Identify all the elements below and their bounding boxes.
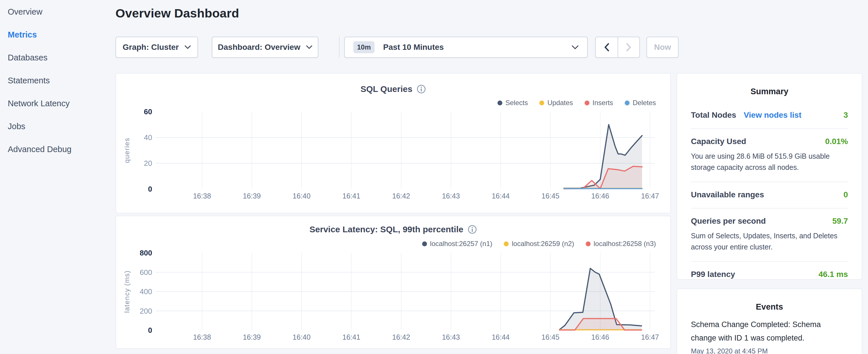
svg-text:16:46: 16:46 [591,192,609,200]
time-window-selector[interactable]: 10m Past 10 Minutes [344,37,588,58]
chevron-left-icon [604,43,609,52]
summary-row-p99: P99 latency 46.1 ms [691,262,848,288]
svg-text:16:45: 16:45 [541,192,560,200]
summary-title: Summary [691,87,848,96]
qps-label: Queries per second [691,217,766,226]
time-step-buttons [595,37,640,58]
svg-text:latency (ms): latency (ms) [123,270,131,313]
svg-text:16:43: 16:43 [442,333,460,341]
now-button[interactable]: Now [647,37,679,58]
svg-text:16:40: 16:40 [292,333,311,341]
svg-text:16:47: 16:47 [641,192,659,200]
svg-text:60: 60 [144,107,152,116]
chevron-down-icon [185,45,191,49]
qps-description: Sum of Selects, Updates, Inserts, and De… [691,230,848,253]
toolbar-divider [339,37,340,58]
summary-row-total-nodes: Total Nodes View nodes list 3 [691,102,848,129]
summary-row-qps: Queries per second 59.7 Sum of Selects, … [691,208,848,262]
svg-text:16:46: 16:46 [591,333,609,341]
dashboard-dropdown-label: Dashboard: Overview [218,43,300,52]
event-timestamp: May 13, 2020 at 4:45 PM [691,347,848,354]
events-panel: Events Schema Change Completed: Schema c… [677,288,862,354]
graph-scope-dropdown-label: Graph: Cluster [123,43,179,52]
capacity-used-value: 0.01% [825,137,848,146]
service-latency-chart[interactable]: 020040060080016:3816:3916:4016:4116:4216… [116,216,670,348]
svg-text:16:42: 16:42 [392,333,410,341]
p99-latency-label: P99 latency [691,270,735,279]
events-title: Events [691,302,848,312]
svg-text:16:38: 16:38 [193,192,211,200]
svg-text:400: 400 [140,287,152,296]
sql-queries-chart[interactable]: 020406016:3816:3916:4016:4116:4216:4316:… [116,74,670,213]
svg-text:16:44: 16:44 [492,192,510,200]
svg-text:800: 800 [140,249,152,257]
graph-scope-dropdown[interactable]: Graph: Cluster [116,37,198,58]
sidebar-item-jobs[interactable]: Jobs [0,115,115,138]
svg-text:16:41: 16:41 [342,333,361,341]
svg-text:0: 0 [148,185,152,193]
sidebar-item-overview[interactable]: Overview [0,0,115,23]
sidebar-item-network-latency[interactable]: Network Latency [0,92,115,115]
svg-text:40: 40 [144,133,152,142]
chevron-right-icon [626,43,631,52]
sidebar: Overview Metrics Databases Statements Ne… [0,0,115,161]
time-window-label: Past 10 Minutes [383,43,444,52]
summary-row-unavailable-ranges: Unavailable ranges 0 [691,182,848,208]
qps-value: 59.7 [833,217,848,226]
svg-text:16:39: 16:39 [243,192,261,200]
event-text: Schema Change Completed: Schema change w… [691,318,848,345]
capacity-used-description: You are using 28.6 MiB of 515.9 GiB usab… [691,151,848,173]
time-window-badge: 10m [353,41,375,53]
svg-text:16:41: 16:41 [342,192,361,200]
unavailable-ranges-label: Unavailable ranges [691,190,764,199]
svg-text:200: 200 [140,307,152,315]
svg-text:16:44: 16:44 [492,333,510,341]
unavailable-ranges-value: 0 [843,190,848,199]
svg-text:16:39: 16:39 [243,333,261,341]
p99-latency-value: 46.1 ms [818,270,848,279]
chevron-down-icon [306,45,312,49]
svg-text:16:47: 16:47 [641,333,659,341]
service-latency-chart-card: Service Latency: SQL, 99th percentile lo… [116,216,671,349]
chevron-down-icon [572,45,579,50]
sidebar-item-databases[interactable]: Databases [0,46,115,69]
total-nodes-label: Total Nodes [691,110,736,120]
summary-panel: Summary Total Nodes View nodes list 3 Ca… [677,73,862,280]
dashboard-dropdown[interactable]: Dashboard: Overview [212,37,318,58]
svg-text:16:45: 16:45 [541,333,560,341]
summary-row-capacity: Capacity Used 0.01% You are using 28.6 M… [691,129,848,182]
svg-text:queries: queries [123,137,131,163]
sidebar-item-metrics[interactable]: Metrics [0,23,115,46]
time-step-back-button[interactable] [596,37,618,57]
svg-text:20: 20 [144,159,152,167]
svg-text:16:38: 16:38 [193,333,211,341]
sidebar-item-advanced-debug[interactable]: Advanced Debug [0,138,115,161]
svg-text:0: 0 [148,326,152,334]
now-button-label: Now [654,43,671,52]
view-nodes-list-link[interactable]: View nodes list [744,110,802,120]
svg-text:16:40: 16:40 [292,192,311,200]
svg-text:600: 600 [140,268,152,277]
sidebar-item-statements[interactable]: Statements [0,69,115,92]
svg-text:16:43: 16:43 [442,192,460,200]
total-nodes-value: 3 [843,110,848,120]
time-step-forward-button[interactable] [618,37,639,57]
svg-text:16:42: 16:42 [392,192,410,200]
sql-queries-chart-card: SQL Queries SelectsUpdatesInsertsDeletes… [116,73,671,213]
capacity-used-label: Capacity Used [691,137,746,146]
page-title: Overview Dashboard [116,6,239,20]
event-list-item[interactable]: Schema Change Completed: Schema change w… [691,318,848,354]
